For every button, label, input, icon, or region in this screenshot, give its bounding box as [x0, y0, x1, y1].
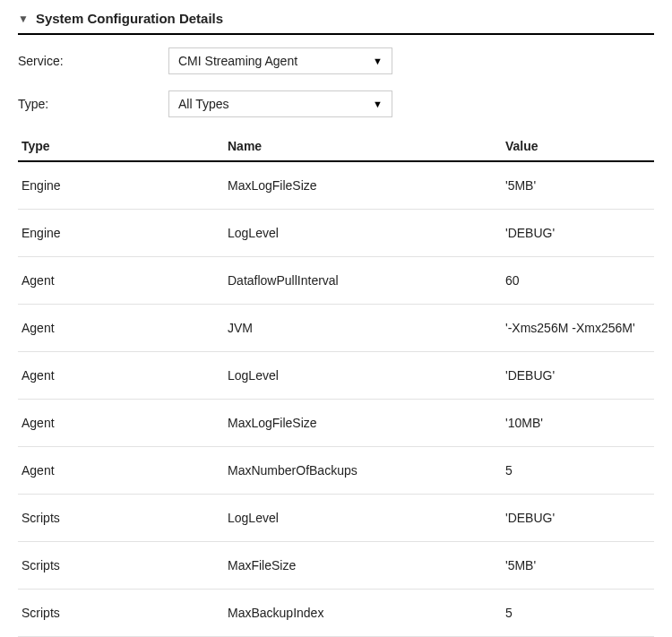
table-row[interactable]: AgentMaxNumberOfBackups5: [18, 447, 654, 495]
cell-value: 'DEBUG': [502, 495, 654, 542]
cell-type: Scripts: [18, 495, 224, 542]
cell-value: '5MB': [502, 542, 654, 590]
cell-name: MaxFileSize: [224, 542, 502, 590]
cell-type: Agent: [18, 447, 224, 495]
table-row[interactable]: ScriptsMaxFileSize'5MB': [18, 542, 654, 590]
cell-name: MaxLogFileSize: [224, 400, 502, 447]
table-row[interactable]: AgentLogLevel'DEBUG': [18, 352, 654, 400]
cell-value: 60: [502, 257, 654, 305]
service-select[interactable]: CMI Streaming Agent ▼: [168, 47, 392, 74]
cell-type: Scripts: [18, 542, 224, 590]
service-select-value: CMI Streaming Agent: [178, 54, 297, 68]
cell-name: DataflowPullInterval: [224, 257, 502, 305]
table-row[interactable]: AgentJVM'-Xms256M -Xmx256M': [18, 305, 654, 352]
cell-value: 5: [502, 447, 654, 495]
table-row[interactable]: AgentDataflowPullInterval60: [18, 257, 654, 305]
cell-value: 5: [502, 590, 654, 637]
section-title: System Configuration Details: [36, 11, 223, 26]
service-filter-row: Service: CMI Streaming Agent ▼: [18, 47, 654, 74]
section-header[interactable]: ▼ System Configuration Details: [18, 7, 654, 35]
header-type[interactable]: Type: [18, 133, 224, 161]
filters-panel: Service: CMI Streaming Agent ▼ Type: All…: [18, 47, 654, 117]
table-row[interactable]: AgentMaxLogFileSize'10MB': [18, 400, 654, 447]
cell-type: Engine: [18, 210, 224, 257]
cell-type: Agent: [18, 400, 224, 447]
header-name[interactable]: Name: [224, 133, 502, 161]
type-filter-row: Type: All Types ▼: [18, 90, 654, 117]
cell-type: Agent: [18, 305, 224, 352]
cell-type: Scripts: [18, 590, 224, 637]
cell-type: Agent: [18, 257, 224, 305]
cell-value: '10MB': [502, 400, 654, 447]
cell-name: LogLevel: [224, 210, 502, 257]
type-select-value: All Types: [178, 97, 229, 111]
cell-value: '5MB': [502, 161, 654, 210]
chevron-down-icon: ▼: [373, 99, 383, 109]
table-row[interactable]: EngineMaxLogFileSize'5MB': [18, 161, 654, 210]
cell-name: LogLevel: [224, 352, 502, 400]
collapse-triangle-icon: ▼: [18, 13, 29, 24]
cell-name: MaxBackupIndex: [224, 590, 502, 637]
cell-name: JVM: [224, 305, 502, 352]
cell-value: 'DEBUG': [502, 210, 654, 257]
cell-type: Agent: [18, 352, 224, 400]
cell-value: '-Xms256M -Xmx256M': [502, 305, 654, 352]
cell-type: Engine: [18, 161, 224, 210]
config-table: Type Name Value EngineMaxLogFileSize'5MB…: [18, 133, 654, 637]
cell-value: 'DEBUG': [502, 352, 654, 400]
type-select[interactable]: All Types ▼: [168, 90, 392, 117]
cell-name: LogLevel: [224, 495, 502, 542]
service-label: Service:: [18, 54, 168, 68]
table-row[interactable]: ScriptsMaxBackupIndex5: [18, 590, 654, 637]
header-value[interactable]: Value: [502, 133, 654, 161]
type-label: Type:: [18, 97, 168, 111]
table-header-row: Type Name Value: [18, 133, 654, 161]
chevron-down-icon: ▼: [373, 56, 383, 66]
table-row[interactable]: ScriptsLogLevel'DEBUG': [18, 495, 654, 542]
cell-name: MaxNumberOfBackups: [224, 447, 502, 495]
cell-name: MaxLogFileSize: [224, 161, 502, 210]
table-row[interactable]: EngineLogLevel'DEBUG': [18, 210, 654, 257]
